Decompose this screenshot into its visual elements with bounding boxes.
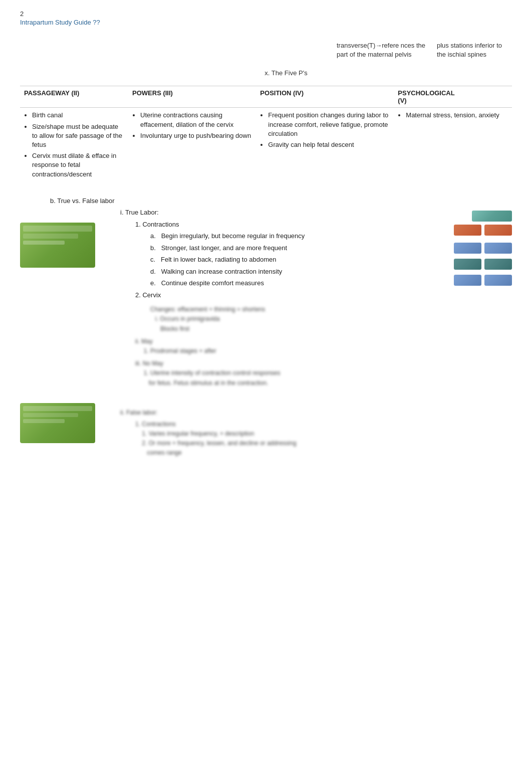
five-ps-heading: x. The Five P's bbox=[60, 69, 512, 77]
true-labor-title: True Labor: bbox=[125, 209, 159, 216]
passageway-cell: Birth canal Size/shape must be adequate … bbox=[20, 108, 128, 184]
right-img-orange-1 bbox=[454, 225, 481, 236]
section-b-content: i. True Labor: 1. Contractions a. Begin … bbox=[20, 208, 512, 458]
col-header-passageway: PASSAGEWAY (II) bbox=[20, 86, 128, 108]
right-img-blue-3 bbox=[454, 275, 481, 286]
blurred-section-2: ii. May 1. Prodromal stages + after bbox=[105, 337, 407, 356]
contraction-a-label: a. bbox=[150, 232, 156, 240]
true-labor-heading: i. True Labor: bbox=[105, 208, 407, 218]
right-img-top bbox=[472, 211, 512, 222]
contractions-title: Contractions bbox=[142, 221, 179, 228]
contraction-c: c. Felt in lower back, radiating to abdo… bbox=[105, 255, 407, 265]
psych-cell: Maternal stress, tension, anxiety bbox=[394, 108, 512, 184]
contraction-e: e. Continue despite comfort measures bbox=[105, 278, 407, 288]
contraction-d-label: d. bbox=[150, 268, 156, 275]
five-ps-table: PASSAGEWAY (II) POWERS (III) POSITION (I… bbox=[20, 86, 512, 183]
section-b-heading: b. True vs. False labor bbox=[20, 196, 512, 206]
page-title: Intrapartum Study Guide ?? bbox=[20, 19, 512, 26]
false-labor-label: ii. False labor: bbox=[120, 408, 512, 418]
col-header-psych: PSYCHOLOGICAL(V) bbox=[394, 86, 512, 108]
psych-item-1: Maternal stress, tension, anxiety bbox=[406, 111, 508, 120]
left-diagram-image bbox=[20, 223, 95, 268]
right-img-teal-1 bbox=[454, 259, 481, 270]
bottom-section-row: ii. False labor: 1. Contractions 1. Vari… bbox=[20, 403, 512, 458]
passageway-item-3: Cervix must dilate & efface in response … bbox=[32, 151, 124, 179]
true-labor-content: i. True Labor: 1. Contractions a. Begin … bbox=[105, 208, 407, 388]
contraction-c-label: c. bbox=[150, 256, 155, 263]
header-col2: plus stations inferior to the ischial sp… bbox=[437, 41, 507, 59]
contractions-label: 1. bbox=[135, 221, 141, 228]
true-labor-row: i. True Labor: 1. Contractions a. Begin … bbox=[20, 208, 512, 388]
right-img-blue-4 bbox=[484, 275, 512, 286]
right-images-area bbox=[412, 208, 512, 286]
contraction-c-text: Felt in lower back, radiating to abdomen bbox=[161, 256, 277, 263]
cervix-heading: 2. Cervix bbox=[105, 290, 407, 300]
right-img-blue-2 bbox=[484, 243, 512, 254]
bottom-left-image-area bbox=[20, 403, 100, 445]
cervix-blurred-text-1: Changes: effacement + thinning = shorten… bbox=[150, 305, 407, 334]
contraction-a: a. Begin irregularly, but become regular… bbox=[105, 231, 407, 241]
bottom-diagram-image bbox=[20, 403, 95, 443]
contraction-e-label: e. bbox=[150, 279, 156, 287]
header-col1: transverse(T)→refere nces the part of th… bbox=[337, 41, 437, 59]
right-img-orange-2 bbox=[484, 225, 512, 236]
col-header-powers: POWERS (III) bbox=[128, 86, 256, 108]
true-labor-label: i. bbox=[120, 209, 124, 216]
cervix-label: 2. bbox=[135, 291, 141, 299]
position-item-2: Gravity can help fetal descent bbox=[268, 140, 390, 149]
contraction-b-label: b. bbox=[150, 244, 156, 252]
section-b: b. True vs. False labor bbox=[20, 196, 512, 458]
powers-item-2: Involuntary urge to push/bearing down bbox=[140, 131, 252, 140]
cervix-blurred-1: Changes: effacement + thinning = shorten… bbox=[105, 305, 407, 334]
bottom-blurred-content: ii. False labor: 1. Contractions 1. Vari… bbox=[105, 403, 512, 458]
section-b-label: b. bbox=[50, 197, 56, 205]
contraction-d: d. Walking can increase contraction inte… bbox=[105, 267, 407, 277]
powers-item-1: Uterine contractions causing effacement,… bbox=[140, 111, 252, 129]
col-header-position: POSITION (IV) bbox=[256, 86, 394, 108]
blurred-section-3: iii. No May 1. Uterine intensity of cont… bbox=[105, 359, 407, 388]
cervix-title: Cervix bbox=[142, 291, 161, 299]
passageway-item-1: Birth canal bbox=[32, 111, 124, 120]
false-labor-contractions-blurred: 1. Contractions 1. Varies irregular freq… bbox=[105, 420, 512, 458]
position-cell: Frequent position changes during labor t… bbox=[256, 108, 394, 184]
contraction-e-text: Continue despite comfort measures bbox=[161, 279, 264, 287]
contractions-heading: 1. Contractions bbox=[105, 220, 407, 230]
powers-cell: Uterine contractions causing effacement,… bbox=[128, 108, 256, 184]
header-section: transverse(T)→refere nces the part of th… bbox=[20, 41, 512, 59]
right-img-teal-2 bbox=[484, 259, 512, 270]
contraction-b-text: Stronger, last longer, and are more freq… bbox=[161, 244, 288, 252]
false-labor-contractions-text: 1. Contractions 1. Varies irregular freq… bbox=[135, 420, 512, 458]
left-image-area bbox=[20, 208, 100, 269]
false-labor-blurred: ii. False labor: bbox=[105, 408, 512, 418]
blurred-text-3: iii. No May 1. Uterine intensity of cont… bbox=[135, 359, 407, 388]
page-number: 2 bbox=[20, 10, 512, 18]
contraction-b: b. Stronger, last longer, and are more f… bbox=[105, 243, 407, 253]
section-b-title: True vs. False labor bbox=[57, 197, 114, 205]
blurred-text-2: ii. May 1. Prodromal stages + after bbox=[135, 337, 407, 356]
contraction-a-text: Begin irregularly, but become regular in… bbox=[161, 232, 305, 240]
contraction-d-text: Walking can increase contraction intensi… bbox=[161, 268, 283, 275]
passageway-item-2: Size/shape must be adequate to allow for… bbox=[32, 122, 124, 150]
right-img-blue-1 bbox=[454, 243, 481, 254]
position-item-1: Frequent position changes during labor t… bbox=[268, 111, 390, 138]
